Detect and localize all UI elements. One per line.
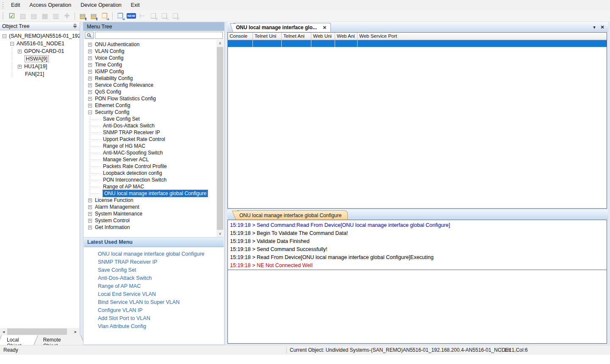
menu-tree-item-vlan-config[interactable]: +VLAN Config xyxy=(84,48,216,55)
menu-device-operation[interactable]: Device Operation xyxy=(76,0,126,10)
expander-plus-icon[interactable]: + xyxy=(88,104,92,108)
table-selected-row[interactable] xyxy=(228,40,607,47)
menu-tree-item-ethernet-config[interactable]: +Ethernet Config xyxy=(84,102,216,109)
expander-plus-icon[interactable]: + xyxy=(88,205,92,209)
menu-tree-item-alarm-management[interactable]: +Alarm Management xyxy=(84,204,216,210)
expander-plus-icon[interactable]: + xyxy=(88,50,92,53)
latest-menu-item-bind-service-vlan-to-super-vlan[interactable]: Bind Service VLAN to Super VLAN xyxy=(84,298,224,306)
hscroll-thumb[interactable] xyxy=(7,328,67,335)
tree-item-gpon-card-01[interactable]: +GPON-CARD-01 xyxy=(0,47,80,55)
column-header-telnet-ani[interactable]: Telnet Ani xyxy=(282,33,311,40)
tabbar-close-icon[interactable]: ✕ xyxy=(599,24,605,30)
menu-tree-item-packets-rate-control-profile[interactable]: Packets Rate Control Profile xyxy=(84,163,216,170)
tab-close-icon[interactable]: ✕ xyxy=(323,25,327,30)
tab-list-dropdown-icon[interactable]: ▾ xyxy=(591,24,597,30)
menu-tree-item-onu-local-manage-interface-global-configure[interactable]: ONU local manage interface global Config… xyxy=(84,190,216,197)
menu-tree-item-system-control[interactable]: +System Control xyxy=(84,217,216,224)
scroll-down-icon[interactable]: ∨ xyxy=(216,230,224,237)
expander-plus-icon[interactable]: + xyxy=(88,70,92,74)
menu-access-operation[interactable]: Access Operation xyxy=(25,0,76,10)
expander-plus-icon[interactable]: + xyxy=(88,199,92,202)
menu-tree-item-igmp-config[interactable]: +IGMP Config xyxy=(84,68,216,75)
latest-menu-item-local-end-service-vlan[interactable]: Local End Service VLAN xyxy=(84,290,224,298)
expander-minus-icon[interactable]: − xyxy=(3,34,6,38)
scroll-right-icon[interactable]: ▸ xyxy=(72,328,79,335)
vscroll-thumb[interactable] xyxy=(217,47,223,230)
scroll-left-icon[interactable]: ◂ xyxy=(0,328,7,335)
upload-database-alt-icon[interactable]: ▤⬆ xyxy=(89,11,99,21)
tree-item-hu1a-19[interactable]: +HU1A[19] xyxy=(0,63,80,70)
menu-tree-item-get-information[interactable]: +Get Information xyxy=(84,224,216,231)
expander-plus-icon[interactable]: + xyxy=(88,43,92,47)
expander-plus-icon[interactable]: + xyxy=(88,226,92,229)
menu-tree-item-qos-config[interactable]: +QoS Config xyxy=(84,88,216,95)
menu-tree-item-security-config[interactable]: −Security Config xyxy=(84,109,216,116)
tree-item-fan-21[interactable]: FAN[21] xyxy=(0,70,80,78)
new-item-icon[interactable]: NEW xyxy=(126,11,136,21)
column-header-web-uni[interactable]: Web Uni xyxy=(311,33,335,40)
tree-item-an5516-01-node1[interactable]: −AN5516-01_NODE1 xyxy=(0,40,80,47)
expander-plus-icon[interactable]: + xyxy=(88,97,92,101)
export-file-icon[interactable]: ❐➜ xyxy=(115,11,125,21)
latest-menu-item-add-slot-port-to-vlan[interactable]: Add Slot Port to VLAN xyxy=(84,314,224,322)
expander-plus-icon[interactable]: + xyxy=(18,50,22,53)
scroll-up-icon[interactable]: ∧ xyxy=(216,40,224,47)
menu-tree-item-upport-packet-rate-control[interactable]: Upport Packet Rate Control xyxy=(84,136,216,143)
menu-tree-item-label: Alarm Management xyxy=(95,204,139,210)
menu-tree-item-range-of-hg-mac[interactable]: Range of HG MAC xyxy=(84,143,216,149)
column-header-web-service-port[interactable]: Web Service Port xyxy=(358,33,607,40)
menu-tree-item-service-config-relevance[interactable]: +Service Config Relevance xyxy=(84,82,216,88)
column-header-telnet-uni[interactable]: Telnet Uni xyxy=(253,33,282,40)
menu-tree-item-anti-dos-attack-switch[interactable]: Anti-Dos-Attack Switch xyxy=(84,122,216,129)
menu-edit[interactable]: Edit xyxy=(6,0,25,10)
menu-tree-item-system-maintenance[interactable]: +System Maintenance xyxy=(84,210,216,217)
latest-menu-item-range-of-ap-mac[interactable]: Range of AP MAC xyxy=(84,282,224,290)
expander-plus-icon[interactable]: + xyxy=(88,77,92,80)
expander-minus-icon[interactable]: − xyxy=(88,110,92,114)
expander-plus-icon[interactable]: + xyxy=(88,63,92,67)
expander-plus-icon[interactable]: + xyxy=(88,56,92,60)
object-tree-hscrollbar[interactable]: ◂ ▸ xyxy=(0,328,79,335)
tree-item-hswa-9[interactable]: HSWA[9] xyxy=(0,55,80,63)
column-header-console[interactable]: Console xyxy=(228,33,253,40)
menu-tree-item-reliability-config[interactable]: +Reliability Config xyxy=(84,75,216,82)
menu-search-input[interactable] xyxy=(95,32,223,39)
latest-menu-item-save-config-set[interactable]: Save Config Set xyxy=(84,266,224,274)
latest-menu-item-configure-vlan-ip[interactable]: Configure VLAN IP xyxy=(84,306,224,314)
column-header-web-ani[interactable]: Web Ani xyxy=(335,33,358,40)
menu-tree-item-snmp-trap-receiver-ip[interactable]: SNMP TRAP Receiver IP xyxy=(84,129,216,136)
menu-tree-item-onu-authentication[interactable]: +ONU Authentication xyxy=(84,41,216,48)
latest-menu-item-anti-dos-attack-switch[interactable]: Anti-Dos-Attack Switch xyxy=(84,274,224,282)
validate-config-icon[interactable]: ☑ xyxy=(7,11,17,21)
expander-plus-icon[interactable]: + xyxy=(88,212,92,216)
tab-local-object[interactable]: Local Object xyxy=(1,335,39,345)
tree-item-san-remo-an5516-01-192-168-200-4[interactable]: −(SAN_REMO)AN5516-01_192.168.200.4 xyxy=(0,32,80,40)
menu-tree-item-manage-server-acl[interactable]: Manage Server ACL xyxy=(84,156,216,163)
upload-database-icon[interactable]: ▤⬆ xyxy=(78,11,88,21)
folder-transfer-icon[interactable]: ❒➜ xyxy=(100,11,110,21)
expander-plus-icon[interactable]: + xyxy=(18,65,22,69)
log-tab[interactable]: ONU local manage interface global Config… xyxy=(237,210,348,220)
menu-tree-item-pon-flow-statistics-config[interactable]: +PON Flow Statistics Config xyxy=(84,95,216,102)
menu-tree-item-range-of-ap-mac[interactable]: Range of AP MAC xyxy=(84,183,216,190)
expander-plus-icon[interactable]: + xyxy=(88,219,92,223)
search-button[interactable] xyxy=(85,32,94,39)
menu-tree-vscrollbar[interactable]: ∧ ∨ xyxy=(216,40,224,237)
menu-tree-item-loopback-detection-config[interactable]: Loopback detection config xyxy=(84,170,216,176)
menu-tree-item-voice-config[interactable]: +Voice Config xyxy=(84,55,216,61)
pin-icon[interactable] xyxy=(72,24,78,29)
expander-plus-icon[interactable]: + xyxy=(88,83,92,87)
menu-tree-item-license-function[interactable]: +License Function xyxy=(84,197,216,204)
menu-tree-item-time-config[interactable]: +Time Config xyxy=(84,61,216,68)
document-tab[interactable]: ONU local manage interface glo... ✕ xyxy=(233,23,331,32)
latest-menu-item-vlan-attribute-config[interactable]: Vlan Attribute Config xyxy=(84,322,224,330)
latest-menu-item-onu-local-manage-interface-global-configure[interactable]: ONU local manage interface global Config… xyxy=(84,250,224,258)
expander-minus-icon[interactable]: − xyxy=(10,42,14,46)
expander-plus-icon[interactable]: + xyxy=(88,90,92,94)
menu-tree-item-pon-interconnection-switch[interactable]: PON Interconnection Switch xyxy=(84,176,216,183)
tab-remote-object[interactable]: Remote Object xyxy=(38,335,81,345)
menu-tree-item-anti-mac-spoofing-switch[interactable]: Anti-MAC-Spoofing Switch xyxy=(84,149,216,156)
latest-menu-item-snmp-trap-receiver-ip[interactable]: SNMP TRAP Receiver IP xyxy=(84,258,224,266)
menu-exit[interactable]: Exit xyxy=(126,0,144,10)
menu-tree-item-save-config-set[interactable]: Save Config Set xyxy=(84,116,216,122)
